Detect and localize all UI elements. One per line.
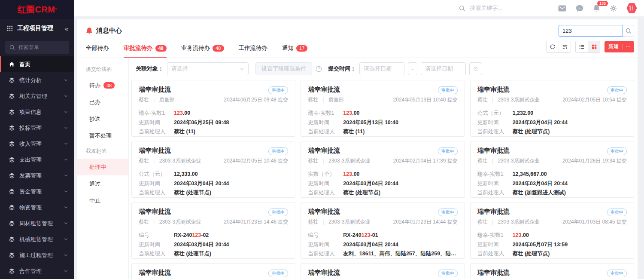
approval-card[interactable]: 瑞幸审批流 审批中 蔡壮｜2303-3系测试企业 2024年01月23日 14:…: [131, 202, 295, 259]
approval-card[interactable]: 瑞幸审批流 审批中 蔡壮｜2303-3系测试企业 2023年12月29日 16:…: [131, 263, 295, 279]
card-field-row: 瑞幸-实数1 123.00: [139, 109, 288, 118]
card-org: 2303-3系测试企业: [328, 219, 370, 225]
topbar: 搜索关键字... 135 壮: [74, 0, 644, 16]
card-field-row: 瑞幸-实数1 12,345,667.00: [477, 170, 627, 179]
apps-grid-icon[interactable]: [7, 25, 13, 31]
date-start-input[interactable]: 请选择日期: [359, 62, 404, 75]
field-value-highlight: 123: [361, 232, 371, 238]
field-value-post: -01: [371, 232, 378, 238]
logo-degree: °: [55, 7, 57, 12]
card-field-row: 当前处理人 蔡壮 (11): [308, 127, 457, 137]
field-value-highlight: 123: [513, 232, 522, 238]
sidebar-item-label: 合作管理: [19, 267, 64, 275]
card-submit-time: 2024年05月13日 10:40 提交: [393, 96, 458, 104]
field-value-pre: 蔡壮 (加签跟进人测试): [513, 190, 566, 196]
field-filter-button[interactable]: 设置字段筛选条件: [255, 62, 312, 75]
sidebar-item[interactable]: 周材租赁管理: [0, 215, 74, 231]
approval-card[interactable]: 瑞幸审批流 审批中 蔡壮｜质量部 2024年06月25日 09:48 提交 瑞幸…: [131, 80, 295, 137]
layers-icon: [9, 141, 15, 147]
question-circle-icon[interactable]: ?: [316, 66, 322, 72]
field-value-pre: 蔡壮 (处理节点): [343, 190, 380, 196]
nav-item[interactable]: 抄送: [77, 110, 128, 127]
approval-card[interactable]: 瑞幸审批流 审批中 蔡壮｜2303-3系测试企业 2024年01月23日 14:…: [301, 202, 465, 259]
card-separator: ｜: [490, 158, 495, 164]
tab[interactable]: 通知 17: [282, 39, 307, 58]
sidebar-item-label: 项目信息: [19, 108, 64, 116]
card-fields: 瑞幸-实数1 123.00 更新时间 2024年05月07日 13:59 当前处…: [477, 231, 627, 259]
nav-item[interactable]: 已办: [77, 94, 128, 110]
global-search[interactable]: 搜索关键字...: [459, 4, 502, 12]
new-more-button[interactable]: ⋯: [623, 44, 634, 49]
approval-card[interactable]: 瑞幸审批流 审批中 蔡壮｜质量部 2024年05月13日 10:40 提交 瑞幸…: [301, 80, 465, 137]
user-avatar[interactable]: 壮: [626, 3, 637, 14]
sidebar-item-label: 收入管理: [19, 140, 64, 148]
nav-item[interactable]: 处理中: [77, 159, 128, 175]
panel-search-input[interactable]: [559, 25, 623, 37]
date-separator-text: -: [412, 66, 413, 72]
sidebar-item[interactable]: 物资管理: [0, 199, 74, 215]
sidebar-item[interactable]: 项目信息: [0, 104, 74, 120]
sidebar-item[interactable]: 合作管理: [0, 263, 74, 279]
sidebar-item[interactable]: 施工过程管理: [0, 247, 74, 263]
nav-item[interactable]: 通过: [77, 175, 128, 192]
menu-search-input[interactable]: 搜索菜单: [5, 41, 69, 54]
new-button-label[interactable]: 新建: [605, 43, 623, 50]
tab-label: 工作流待办: [239, 44, 268, 52]
card-status-badge: 审批中: [438, 147, 458, 155]
sort-button[interactable]: [559, 41, 571, 52]
sidebar-item[interactable]: 投标管理: [0, 120, 74, 136]
related-object-label: 关联对象：: [136, 65, 164, 73]
approval-card[interactable]: 瑞幸审批流 审批中 蔡壮｜2303-3系测试企业 2024年02月05日 10:…: [131, 141, 295, 198]
sidebar-item[interactable]: 收入管理: [0, 136, 74, 152]
sidebar-item[interactable]: 相关方管理: [0, 88, 74, 104]
field-value-post: .00: [522, 232, 529, 238]
card-title: 瑞幸审批流: [139, 208, 171, 216]
approval-card[interactable]: 瑞幸审批流 审批中 蔡壮｜2303-3系测试企业 2024年02月04日 17:…: [301, 141, 465, 198]
approval-card[interactable]: 瑞幸审批流 审批中 蔡壮｜2303-3系测试企业 2023年12月28日 16:…: [470, 263, 634, 279]
select-placeholder: 请选择: [171, 65, 188, 73]
field-value-highlight: 123: [192, 232, 201, 238]
sidebar-collapse-icon[interactable]: «: [65, 25, 68, 32]
field-value-pre: 2024年05月13日 10:40: [343, 120, 398, 126]
approval-card[interactable]: 瑞幸审批流 审批中 蔡壮｜2303-3系测试企业 2024年01月03日 08:…: [470, 202, 634, 259]
list-view-button[interactable]: [576, 41, 588, 52]
panel-search-button[interactable]: [623, 25, 634, 37]
card-fields: 公式（元） 1,232.00 更新时间 2024年03月04日 20:44 当前…: [477, 109, 627, 137]
list-controls: 新建 ⋯: [546, 41, 634, 56]
card-submit-time: 2024年02月05日 10:46 提交: [224, 157, 288, 165]
sidebar-item-label: 支出管理: [19, 156, 64, 164]
approval-card[interactable]: 瑞幸审批流 审批中 蔡壮｜2303-3系测试企业 2024年02月05日 10:…: [470, 80, 634, 137]
nav-item[interactable]: 中止: [77, 192, 128, 209]
card-separator: ｜: [152, 219, 157, 225]
nav-item[interactable]: 待办 48: [77, 77, 128, 94]
bell-icon[interactable]: 135: [593, 4, 600, 12]
nav-item[interactable]: 暂不处理: [77, 127, 128, 144]
clock-icon[interactable]: [469, 62, 482, 75]
sidebar-item-label: 统计分析: [19, 77, 64, 84]
grid-view-button[interactable]: [588, 41, 600, 52]
sidebar-item[interactable]: 资金管理: [0, 184, 74, 199]
gear-icon[interactable]: [610, 5, 617, 12]
tab[interactable]: 全部待办: [86, 39, 109, 58]
approval-card[interactable]: 瑞幸审批流 审批中 蔡壮｜2303-3系测试企业 2023年12月28日 16:…: [301, 263, 465, 279]
chat-icon[interactable]: [576, 5, 583, 12]
related-object-select[interactable]: 请选择: [167, 62, 249, 75]
sidebar-item-label: 首页: [19, 61, 68, 68]
new-button[interactable]: 新建 ⋯: [605, 41, 634, 52]
field-value-pre: 友利、18611、高伟、陆陆257、陆陆259、陆陆258、群、蔡...: [343, 251, 457, 257]
sidebar-item-home[interactable]: 首页: [0, 56, 74, 72]
sidebar-item[interactable]: 机械租赁管理: [0, 231, 74, 247]
approval-card[interactable]: 瑞幸审批流 审批中 蔡壮｜2303-3系测试企业 2024年01月26日 19:…: [470, 141, 634, 198]
date-end-input[interactable]: 请选择日期: [421, 62, 466, 75]
field-label: 更新时间: [308, 240, 343, 250]
tab[interactable]: 业务流待办 48: [181, 39, 224, 58]
refresh-button[interactable]: [547, 41, 559, 52]
tab[interactable]: 工作流待办: [239, 39, 268, 58]
card-field-row: 当前处理人 蔡壮 (处理节点): [139, 188, 288, 198]
sidebar-item[interactable]: 统计分析: [0, 72, 74, 88]
tab[interactable]: 审批流待办 48: [124, 39, 167, 58]
sidebar-item[interactable]: 发票管理: [0, 168, 74, 184]
sidebar-item[interactable]: 支出管理: [0, 152, 74, 168]
card-submitter: 蔡壮: [477, 219, 488, 225]
mail-icon[interactable]: [558, 5, 566, 12]
